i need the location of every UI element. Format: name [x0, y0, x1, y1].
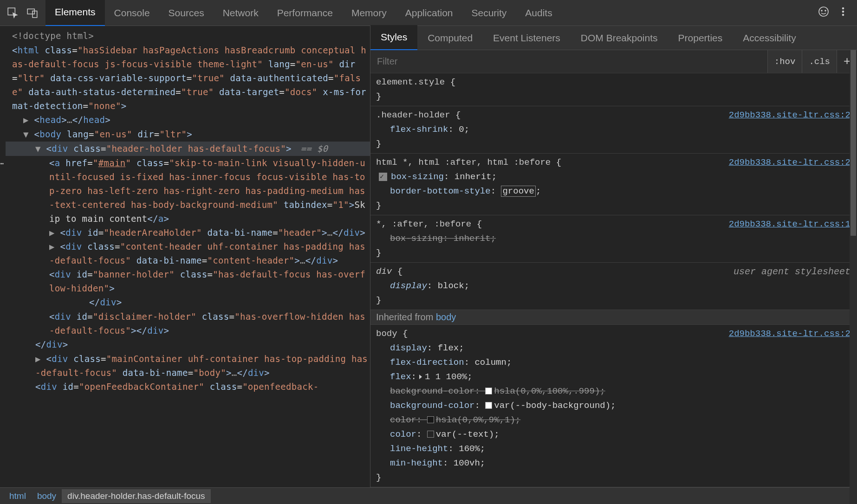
source-link[interactable]: 2d9bb338.site-ltr.css:2	[729, 327, 851, 341]
tab-sources[interactable]: Sources	[159, 0, 214, 26]
inspect-icon[interactable]	[6, 6, 19, 19]
svg-point-4	[821, 10, 822, 11]
subtab-computed[interactable]: Computed	[417, 26, 483, 50]
main-container-node[interactable]: ▶ <div class="mainContainer uhf-containe…	[6, 352, 370, 380]
cls-toggle[interactable]: .cls	[802, 50, 837, 73]
subtab-properties[interactable]: Properties	[668, 26, 733, 50]
subtab-styles[interactable]: Styles	[370, 25, 417, 51]
header-holder-close-node[interactable]: </div>	[6, 337, 370, 352]
source-link[interactable]: 2d9bb338.site-ltr.css:1	[729, 217, 851, 232]
banner-close-node[interactable]: </div>	[6, 295, 370, 310]
body-open-node[interactable]: ▼ <body lang="en-us" dir="ltr">	[6, 127, 370, 142]
rule-star-after-before[interactable]: 2d9bb338.site-ltr.css:1 *, :after, :befo…	[370, 215, 857, 263]
dom-tree-panel[interactable]: ⋯ <!doctype html> <html class="hasSideba…	[0, 26, 370, 487]
banner-open-node[interactable]: <div id="banner-holder" class="has-defau…	[6, 267, 370, 295]
tab-application[interactable]: Application	[396, 0, 462, 26]
tab-security[interactable]: Security	[462, 0, 516, 26]
doctype-node[interactable]: <!doctype html>	[6, 29, 370, 43]
tool-icons	[0, 6, 45, 19]
svg-rect-1	[27, 9, 34, 14]
main-split: ⋯ <!doctype html> <html class="hasSideba…	[0, 26, 857, 487]
rule-body[interactable]: 2d9bb338.site-ltr.css:2 body { display: …	[370, 325, 857, 487]
tab-network[interactable]: Network	[214, 0, 268, 26]
head-node[interactable]: ▶ <head>…</head>	[6, 113, 370, 127]
svg-point-3	[819, 7, 828, 16]
subtab-accessibility[interactable]: Accessibility	[733, 26, 806, 50]
tab-memory[interactable]: Memory	[342, 0, 396, 26]
crumb-body[interactable]: body	[32, 489, 62, 503]
gutter-ellipsis: ⋯	[0, 159, 4, 168]
tab-elements[interactable]: Elements	[45, 0, 105, 26]
svg-point-7	[843, 11, 844, 13]
disclaimer-node[interactable]: <div id="disclaimer-holder" class="has-o…	[6, 310, 370, 337]
skip-link-node[interactable]: <a href="#main" class="skip-to-main-link…	[6, 156, 370, 226]
expand-shorthand-icon[interactable]	[419, 375, 422, 379]
inherited-from-link[interactable]: body	[436, 312, 456, 322]
color-swatch-icon[interactable]	[427, 416, 434, 423]
inherited-from-header: Inherited from body	[370, 310, 857, 325]
rule-header-holder[interactable]: 2d9bb338.site-ltr.css:2 .header-holder {…	[370, 106, 857, 154]
crumb-html[interactable]: html	[4, 489, 32, 503]
svg-point-5	[825, 10, 826, 11]
color-swatch-icon[interactable]	[485, 388, 492, 394]
style-rules-list[interactable]: element.style { } 2d9bb338.site-ltr.css:…	[370, 73, 857, 487]
dom-breadcrumb: html body div.header-holder.has-default-…	[0, 487, 857, 504]
device-toggle-icon[interactable]	[26, 6, 39, 19]
tab-performance[interactable]: Performance	[268, 0, 342, 26]
rule-html-star[interactable]: 2d9bb338.site-ltr.css:2 html *, html :af…	[370, 154, 857, 215]
svg-point-6	[843, 8, 844, 9]
scrollbar[interactable]	[850, 50, 857, 504]
rule-element-style[interactable]: element.style { }	[370, 73, 857, 106]
styles-filter-bar: :hov .cls +	[370, 50, 857, 73]
header-area-node[interactable]: ▶ <div id="headerAreaHolder" data-bi-nam…	[6, 226, 370, 239]
rule-div-ua[interactable]: user agent stylesheet div { display: blo…	[370, 263, 857, 310]
subtab-dom-breakpoints[interactable]: DOM Breakpoints	[571, 26, 668, 50]
tab-audits[interactable]: Audits	[516, 0, 561, 26]
tab-console[interactable]: Console	[105, 0, 159, 26]
feedback-smiley-icon[interactable]	[818, 6, 829, 19]
source-link[interactable]: 2d9bb338.site-ltr.css:2	[729, 155, 851, 170]
styles-filter-input[interactable]	[370, 56, 767, 67]
styles-panel: Styles Computed Event Listeners DOM Brea…	[370, 26, 857, 487]
svg-point-8	[843, 14, 844, 16]
checkbox-icon[interactable]	[379, 173, 387, 181]
ua-stylesheet-label: user agent stylesheet	[734, 265, 851, 279]
crumb-selected[interactable]: div.header-holder.has-default-focus	[62, 489, 210, 503]
main-tabs: Elements Console Sources Network Perform…	[0, 0, 857, 26]
more-menu-icon[interactable]	[838, 6, 849, 19]
source-link[interactable]: 2d9bb338.site-ltr.css:2	[729, 108, 851, 123]
html-open-node[interactable]: <html class="hasSidebar hasPageActions h…	[6, 43, 370, 113]
selected-node[interactable]: ▼ <div class="header-holder has-default-…	[6, 142, 370, 156]
color-swatch-icon[interactable]	[427, 431, 434, 438]
toolbar-right	[818, 6, 857, 19]
feedback-node[interactable]: <div id="openFeedbackContainer" class="o…	[6, 380, 370, 394]
hov-toggle[interactable]: :hov	[767, 50, 802, 73]
scrollbar-thumb[interactable]	[851, 50, 856, 236]
styles-sub-tabs: Styles Computed Event Listeners DOM Brea…	[370, 26, 857, 50]
content-header-node[interactable]: ▶ <div class="content-header uhf-contain…	[6, 239, 370, 267]
color-swatch-icon[interactable]	[485, 402, 492, 409]
subtab-event-listeners[interactable]: Event Listeners	[483, 26, 571, 50]
